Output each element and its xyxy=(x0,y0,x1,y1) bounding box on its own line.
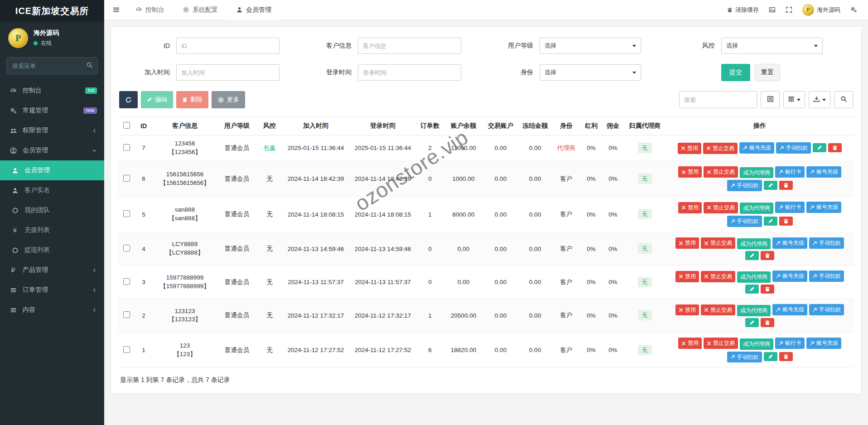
sidebar-item-member[interactable]: 会员管理 xyxy=(0,160,104,180)
customer-input[interactable] xyxy=(358,38,461,54)
user-menu[interactable]: P 海外源码 xyxy=(802,4,840,16)
level-select[interactable]: 选择 xyxy=(540,38,641,54)
deduct-button[interactable]: 手动扣款 xyxy=(727,352,762,363)
sidebar-item-product[interactable]: ₽产品管理 xyxy=(0,260,104,280)
sidebar-item-member-group[interactable]: 会员管理 xyxy=(0,140,104,160)
recharge-button[interactable]: 账号充值 xyxy=(806,338,841,349)
recharge-button[interactable]: 账号充值 xyxy=(772,270,807,282)
deduct-button[interactable]: 手动扣款 xyxy=(776,142,811,154)
sidebar-item-order[interactable]: 订单管理 xyxy=(0,280,104,300)
edit-button[interactable] xyxy=(813,143,826,152)
hamburger-icon[interactable] xyxy=(112,6,120,14)
disable-button[interactable]: 禁用 xyxy=(675,271,699,282)
recharge-button[interactable]: 账号充值 xyxy=(739,142,774,154)
tab-system-config[interactable]: 系统配置 xyxy=(174,0,227,20)
fullscreen-button[interactable] xyxy=(786,6,792,13)
sidebar-item-general[interactable]: 常规管理new xyxy=(0,101,104,121)
delete-button[interactable] xyxy=(828,143,842,152)
deduct-button[interactable]: 手动扣款 xyxy=(727,180,762,191)
recharge-button[interactable]: 账号充值 xyxy=(806,202,841,213)
edit-button[interactable] xyxy=(764,217,777,226)
edit-button[interactable] xyxy=(745,318,759,327)
delete-button[interactable] xyxy=(761,318,774,327)
agent-button[interactable]: 成为代理商 xyxy=(740,167,773,179)
detail-view-button[interactable] xyxy=(761,91,780,108)
bank-button[interactable]: 银行卡 xyxy=(775,166,805,178)
agent-button[interactable]: 成为代理商 xyxy=(740,203,773,214)
delete-button[interactable]: 删除 xyxy=(176,91,208,108)
sidebar-item-content[interactable]: 内容 xyxy=(0,300,104,320)
sidebar-item-dashboard[interactable]: 控制台hot xyxy=(0,81,104,101)
sidebar-item-recharge-list[interactable]: ¥充值列表 xyxy=(0,220,104,240)
delete-button[interactable] xyxy=(779,181,793,190)
recharge-button[interactable]: 账号充值 xyxy=(772,304,807,315)
settings-button[interactable] xyxy=(850,6,857,13)
row-checkbox[interactable] xyxy=(123,144,130,151)
deduct-button[interactable]: 手动扣款 xyxy=(809,270,844,282)
edit-button[interactable] xyxy=(745,285,759,294)
forbid-button[interactable]: 禁止交易 xyxy=(704,202,738,213)
join-time-input[interactable] xyxy=(176,64,280,81)
tab-dashboard[interactable]: 控制台 xyxy=(126,0,174,20)
sidebar-item-permission[interactable]: 权限管理 xyxy=(0,121,104,140)
reset-button[interactable]: 重置 xyxy=(755,64,780,81)
identity-select[interactable]: 选择 xyxy=(540,64,641,81)
forbid-button[interactable]: 禁止交易 xyxy=(701,237,735,249)
bank-button[interactable]: 银行卡 xyxy=(775,338,805,349)
more-button[interactable]: 更多 xyxy=(212,91,245,108)
delete-button[interactable] xyxy=(761,251,774,260)
edit-button[interactable] xyxy=(764,181,777,190)
login-time-input[interactable] xyxy=(358,64,461,81)
x-icon xyxy=(707,341,711,346)
search-button[interactable] xyxy=(834,91,853,108)
recharge-button[interactable]: 账号充值 xyxy=(806,166,841,178)
disable-button[interactable]: 禁用 xyxy=(678,143,701,154)
row-checkbox[interactable] xyxy=(123,210,130,217)
sidebar-item-team[interactable]: 我的团队 xyxy=(0,200,104,220)
submit-button[interactable]: 提交 xyxy=(721,64,750,81)
recharge-button[interactable]: 账号充值 xyxy=(772,237,807,249)
forbid-button[interactable]: 禁止交易 xyxy=(703,143,738,154)
delete-button[interactable] xyxy=(761,285,774,294)
refresh-button[interactable] xyxy=(119,91,138,108)
id-input[interactable] xyxy=(176,38,280,54)
forbid-button[interactable]: 禁止交易 xyxy=(701,271,735,282)
forbid-button[interactable]: 禁止交易 xyxy=(704,338,738,349)
risk-select[interactable]: 选择 xyxy=(721,38,823,54)
row-checkbox[interactable] xyxy=(123,245,130,251)
deduct-button[interactable]: 手动扣款 xyxy=(809,304,844,315)
edit-button[interactable] xyxy=(764,352,777,361)
agent-button[interactable]: 成为代理商 xyxy=(737,271,771,283)
delete-button[interactable] xyxy=(779,217,793,226)
sidebar-search-input[interactable] xyxy=(6,57,98,74)
agent-button[interactable]: 成为代理商 xyxy=(740,338,773,350)
sidebar-item-withdraw-list[interactable]: 提现列表 xyxy=(0,240,104,260)
agent-button[interactable]: 成为代理商 xyxy=(737,238,771,250)
agent-button[interactable]: 成为代理商 xyxy=(737,305,771,316)
image-button[interactable] xyxy=(769,6,776,13)
sidebar-item-customer-real[interactable]: 客户实名 xyxy=(0,180,104,200)
forbid-button[interactable]: 禁止交易 xyxy=(701,304,735,316)
disable-button[interactable]: 禁用 xyxy=(678,166,702,178)
clear-cache-button[interactable]: 清除缓存 xyxy=(727,6,759,14)
row-checkbox[interactable] xyxy=(123,175,130,182)
disable-button[interactable]: 禁用 xyxy=(675,304,699,316)
row-checkbox[interactable] xyxy=(123,346,130,353)
tab-member-management[interactable]: 会员管理 xyxy=(227,0,280,20)
deduct-button[interactable]: 手动扣款 xyxy=(809,237,844,249)
table-search-input[interactable] xyxy=(679,91,757,108)
columns-button[interactable] xyxy=(783,91,805,108)
edit-button[interactable]: 编辑 xyxy=(141,91,173,108)
disable-button[interactable]: 禁用 xyxy=(675,237,699,249)
select-all-checkbox[interactable] xyxy=(123,122,130,129)
disable-button[interactable]: 禁用 xyxy=(678,338,702,349)
deduct-button[interactable]: 手动扣款 xyxy=(727,216,762,227)
edit-button[interactable] xyxy=(745,251,759,260)
delete-button[interactable] xyxy=(779,352,793,361)
forbid-button[interactable]: 禁止交易 xyxy=(704,166,738,178)
bank-button[interactable]: 银行卡 xyxy=(775,202,805,213)
row-checkbox[interactable] xyxy=(123,278,130,285)
export-button[interactable] xyxy=(809,91,830,108)
row-checkbox[interactable] xyxy=(123,311,130,318)
disable-button[interactable]: 禁用 xyxy=(678,202,702,213)
